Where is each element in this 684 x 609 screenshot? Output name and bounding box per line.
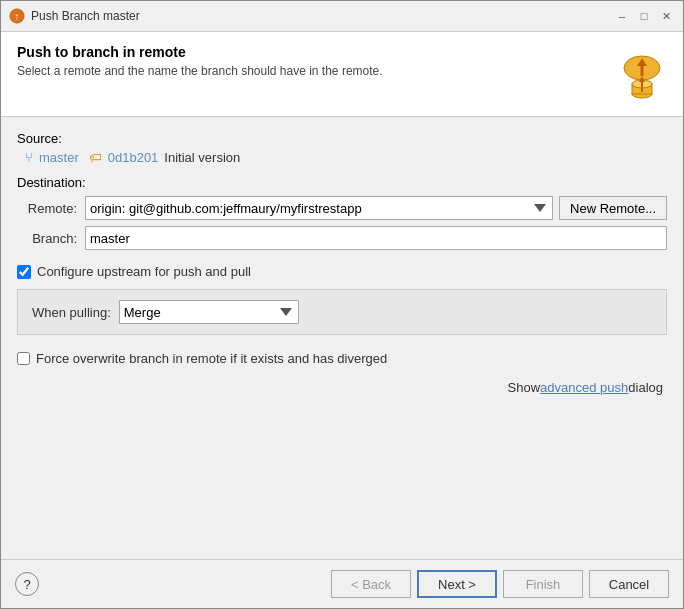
pulling-select[interactable]: MergeRebaseFast Forward Only	[119, 300, 299, 324]
advanced-prefix: Show	[508, 380, 541, 395]
cloud-upload-icon	[617, 44, 667, 104]
force-overwrite-row: Force overwrite branch in remote if it e…	[17, 351, 667, 366]
advanced-row: Show advanced push dialog	[17, 380, 667, 395]
header-text: Push to branch in remote Select a remote…	[17, 44, 617, 78]
footer-left: ?	[15, 572, 39, 596]
header-title: Push to branch in remote	[17, 44, 617, 60]
next-button[interactable]: Next >	[417, 570, 497, 598]
footer: ? < Back Next > Finish Cancel	[1, 559, 683, 608]
pulling-section: When pulling: MergeRebaseFast Forward On…	[17, 289, 667, 335]
source-info: ⑂ master 🏷 0d1b201 Initial version	[25, 150, 667, 165]
cancel-button[interactable]: Cancel	[589, 570, 669, 598]
branch-row: Branch:	[17, 226, 667, 250]
force-overwrite-checkbox[interactable]	[17, 352, 30, 365]
commit-icon: 🏷	[89, 150, 102, 165]
destination-label: Destination:	[17, 175, 667, 190]
header-section: Push to branch in remote Select a remote…	[1, 32, 683, 117]
titlebar-left: ↑ Push Branch master	[9, 8, 140, 24]
header-subtitle: Select a remote and the name the branch …	[17, 64, 617, 78]
push-icon: ↑	[9, 8, 25, 24]
advanced-suffix: dialog	[628, 380, 663, 395]
content: Source: ⑂ master 🏷 0d1b201 Initial versi…	[1, 117, 683, 559]
footer-right: < Back Next > Finish Cancel	[331, 570, 669, 598]
help-button[interactable]: ?	[15, 572, 39, 596]
dialog: ↑ Push Branch master – □ ✕ Push to branc…	[0, 0, 684, 609]
configure-upstream-row: Configure upstream for push and pull	[17, 264, 667, 279]
back-button[interactable]: < Back	[331, 570, 411, 598]
destination-section: Destination: Remote: origin: git@github.…	[17, 175, 667, 250]
source-branch-name: master	[39, 150, 79, 165]
branch-input[interactable]	[85, 226, 667, 250]
force-overwrite-label: Force overwrite branch in remote if it e…	[36, 351, 387, 366]
source-commit-hash: 0d1b201	[108, 150, 159, 165]
remote-select[interactable]: origin: git@github.com:jeffmaury/myfirst…	[85, 196, 553, 220]
remote-label: Remote:	[17, 201, 77, 216]
branch-icon: ⑂	[25, 150, 33, 165]
titlebar-controls: – □ ✕	[613, 7, 675, 25]
minimize-button[interactable]: –	[613, 7, 631, 25]
svg-text:↑: ↑	[15, 11, 20, 22]
pulling-label: When pulling:	[32, 305, 111, 320]
configure-upstream-label: Configure upstream for push and pull	[37, 264, 251, 279]
source-section: Source: ⑂ master 🏷 0d1b201 Initial versi…	[17, 131, 667, 165]
branch-label: Branch:	[17, 231, 77, 246]
titlebar: ↑ Push Branch master – □ ✕	[1, 1, 683, 32]
remote-row: Remote: origin: git@github.com:jeffmaury…	[17, 196, 667, 220]
dialog-title: Push Branch master	[31, 9, 140, 23]
close-button[interactable]: ✕	[657, 7, 675, 25]
maximize-button[interactable]: □	[635, 7, 653, 25]
source-commit-message: Initial version	[164, 150, 240, 165]
source-label: Source:	[17, 131, 667, 146]
new-remote-button[interactable]: New Remote...	[559, 196, 667, 220]
configure-upstream-checkbox[interactable]	[17, 265, 31, 279]
advanced-push-link[interactable]: advanced push	[540, 380, 628, 395]
finish-button[interactable]: Finish	[503, 570, 583, 598]
remote-combo-wrapper: origin: git@github.com:jeffmaury/myfirst…	[85, 196, 667, 220]
